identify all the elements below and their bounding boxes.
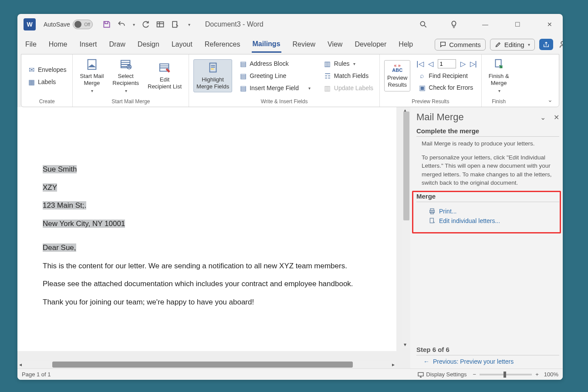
zoom-slider-knob[interactable]	[504, 372, 506, 378]
tab-file[interactable]: File	[24, 37, 37, 52]
scroll-down-icon[interactable]: ▾	[404, 341, 406, 348]
prev-record-icon[interactable]: ◁	[428, 60, 433, 68]
previous-step-link[interactable]: ← Previous: Preview your letters	[416, 355, 559, 366]
table-icon[interactable]	[156, 20, 165, 29]
page-indicator[interactable]: Page 1 of 1	[22, 371, 51, 378]
tab-developer[interactable]: Developer	[354, 37, 387, 52]
autosave-toggle[interactable]: Off	[73, 20, 93, 29]
tab-layout[interactable]: Layout	[171, 37, 193, 52]
tab-references[interactable]: References	[204, 37, 241, 52]
search-icon[interactable]	[419, 20, 428, 29]
tab-draw[interactable]: Draw	[108, 37, 126, 52]
taskpane-close-icon[interactable]: ✕	[554, 113, 559, 122]
ribbon-group-start-mail-merge: Start Mail Merge▾ Select Recipients▾ Edi…	[73, 54, 189, 107]
insert-merge-field-button[interactable]: ▤Insert Merge Field ▾	[237, 83, 312, 93]
update-labels-icon: ▥	[324, 84, 331, 92]
group-label-start: Start Mail Merge	[73, 97, 189, 107]
arrow-left-icon: ←	[423, 358, 429, 365]
rules-label: Rules	[334, 60, 350, 67]
zoom-percent[interactable]: 100%	[544, 371, 558, 378]
find-recipient-button[interactable]: ⌕Find Recipient	[416, 71, 476, 81]
close-button[interactable]: ✕	[544, 21, 555, 28]
document-area[interactable]: Sue Smith XZY 123 Main St;. New York Cit…	[17, 107, 410, 368]
check-errors-button[interactable]: ▣Check for Errors	[416, 83, 476, 93]
finish-merge-button[interactable]: Finish & Merge▾	[486, 56, 512, 95]
tab-view[interactable]: View	[327, 37, 343, 52]
edit-list-icon	[158, 61, 171, 74]
find-label: Find Recipient	[429, 72, 468, 79]
check-label: Check for Errors	[429, 84, 473, 91]
find-icon: ⌕	[418, 72, 426, 80]
display-settings-button[interactable]: Display Settings	[417, 371, 466, 378]
autosave-state: Off	[84, 22, 90, 27]
taskpane-title: Mail Merge	[416, 112, 464, 123]
app-window: W AutoSave Off ▾ ▾	[17, 14, 563, 380]
title-bar-right: — ☐ ✕	[419, 20, 555, 29]
group-label-write: Write & Insert Fields	[189, 97, 379, 107]
zoom-slider[interactable]	[480, 374, 532, 375]
envelopes-button[interactable]: ✉Envelopes	[26, 65, 68, 75]
ribbon-collapse-button[interactable]: ⌄	[541, 96, 559, 107]
finish-icon	[492, 58, 505, 71]
account-icon[interactable]	[559, 40, 563, 49]
document-page[interactable]: Sue Smith XZY 123 Main St;. New York Cit…	[17, 107, 396, 351]
scroll-left-icon[interactable]: ◂	[19, 362, 22, 368]
svg-rect-10	[211, 68, 214, 70]
minimize-button[interactable]: —	[480, 21, 490, 28]
preview-results-button[interactable]: « »ABC Preview Results	[384, 60, 410, 91]
maximize-button[interactable]: ☐	[512, 21, 523, 28]
start-mail-merge-button[interactable]: Start Mail Merge▾	[77, 56, 106, 95]
greeting-line-button[interactable]: ▤Greeting Line	[237, 71, 312, 81]
horizontal-scrollbar[interactable]: ◂ ▸	[17, 361, 396, 368]
highlight-merge-fields-button[interactable]: Highlight Merge Fields	[193, 59, 232, 92]
editing-mode-button[interactable]: Editing ▾	[490, 39, 535, 51]
step-indicator: Step 6 of 6	[416, 346, 559, 355]
previous-label: Previous: Preview your letters	[433, 358, 514, 365]
undo-icon[interactable]	[117, 20, 126, 29]
display-settings-label: Display Settings	[426, 371, 466, 378]
autosave-control[interactable]: AutoSave Off	[44, 20, 93, 29]
tab-review[interactable]: Review	[292, 37, 316, 52]
personalize-text: To personalize your letters, click "Edit…	[416, 153, 559, 187]
tab-mailings[interactable]: Mailings	[252, 37, 281, 53]
zoom-out-button[interactable]: −	[473, 371, 476, 378]
taskpane-dropdown-icon[interactable]: ⌄	[540, 113, 546, 122]
rules-button[interactable]: ▥Rules▾	[322, 59, 375, 69]
tab-home[interactable]: Home	[48, 37, 68, 52]
title-bar: W AutoSave Off ▾ ▾	[17, 14, 563, 35]
edit-recipient-list-button[interactable]: Edit Recipient List	[145, 60, 184, 91]
body-line-2: Please see the attached documentation wh…	[43, 278, 371, 290]
hscroll-thumb[interactable]	[52, 362, 353, 368]
share-button[interactable]	[539, 39, 553, 50]
select-recipients-button[interactable]: Select Recipients▾	[110, 56, 142, 95]
lightbulb-icon[interactable]	[449, 20, 458, 29]
body-line-3: Thank you for joining our team; we're ha…	[43, 297, 371, 308]
record-number-input[interactable]	[438, 59, 456, 68]
qat-customize-icon[interactable]: ▾	[188, 22, 190, 27]
paste-icon[interactable]	[171, 20, 179, 29]
address-block-button[interactable]: ▤Address Block	[237, 59, 312, 69]
word-icon: W	[24, 18, 36, 30]
labels-button[interactable]: ▦Labels	[26, 77, 68, 87]
scroll-right-icon[interactable]: ▸	[392, 362, 395, 368]
preview-label: Preview Results	[387, 74, 407, 88]
next-record-icon[interactable]: ▷	[460, 60, 466, 68]
first-record-icon[interactable]: |◁	[416, 60, 423, 68]
redo-icon[interactable]	[141, 20, 150, 29]
document-title: Document3 - Word	[205, 20, 264, 28]
update-labels-button: ▥Update Labels	[322, 83, 375, 93]
tab-insert[interactable]: Insert	[78, 37, 98, 52]
vertical-scrollbar[interactable]: ▴ ▾	[402, 107, 410, 348]
address-block-label: Address Block	[250, 60, 288, 67]
tab-design[interactable]: Design	[137, 37, 160, 52]
comments-button[interactable]: Comments	[435, 39, 486, 51]
merge-field-street: 123 Main St;.	[43, 201, 86, 210]
undo-dropdown-icon[interactable]: ▾	[133, 22, 135, 27]
last-record-icon[interactable]: ▷|	[470, 60, 477, 68]
zoom-in-button[interactable]: +	[535, 371, 539, 378]
save-icon[interactable]	[102, 20, 111, 29]
vscroll-thumb[interactable]	[403, 112, 409, 220]
tab-help[interactable]: Help	[398, 37, 414, 52]
start-merge-label: Start Mail Merge	[80, 73, 104, 86]
match-fields-button[interactable]: ☶Match Fields	[322, 71, 375, 81]
